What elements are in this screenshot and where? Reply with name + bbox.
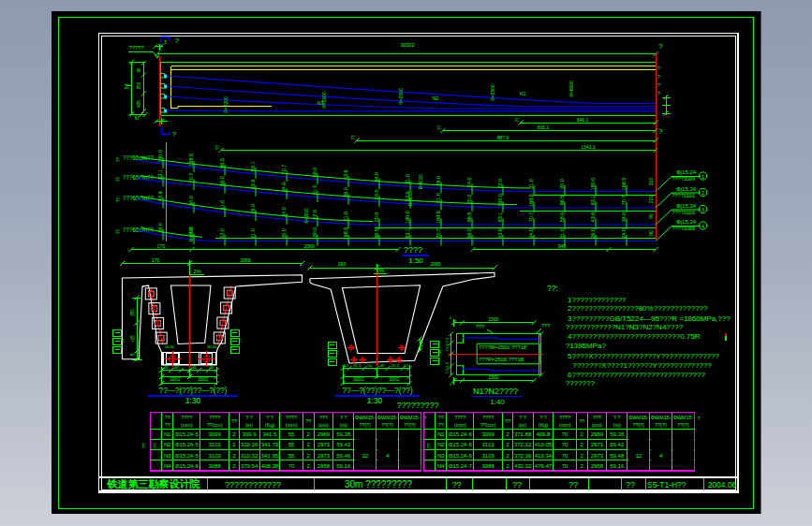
svg-text:??(cm): ??(cm) [207,422,223,428]
svg-text:372.36: 372.36 [514,453,532,459]
svg-text:180.0: 180.0 [590,178,596,191]
svg-text:58.0: 58.0 [219,176,225,186]
svg-text:????3101: ????3101 [672,193,695,198]
svg-text:??: ?? [305,418,311,424]
svg-text:39: 39 [380,363,385,368]
svg-text:N4: N4 [164,463,171,469]
svg-text:?: ? [658,127,663,136]
svg-text:??: ?? [568,480,578,489]
svg-text:2004.06: 2004.06 [708,480,737,489]
svg-text:1:30: 1:30 [367,396,383,405]
svg-text:2958: 2958 [317,463,331,469]
svg-text:59.16: 59.16 [610,463,625,469]
svg-text:?????????: ????????? [396,401,438,410]
svg-text:83.1: 83.1 [405,228,410,239]
svg-text:55: 55 [288,453,295,459]
svg-text:70.7: 70.7 [281,165,287,175]
svg-text:26.0: 26.0 [157,223,163,233]
svg-text:100/2: 100/2 [170,377,181,382]
svg-text:3101: 3101 [208,442,221,447]
svg-text:???65cm??: ???65cm?? [123,154,154,161]
svg-text:70: 70 [288,463,295,469]
svg-text:??: ?? [165,415,170,420]
svg-text:370.54: 370.54 [241,463,258,469]
svg-text:+15: +15 [130,335,135,343]
svg-text:? ?: ? ? [266,415,273,420]
svg-text:90: 90 [648,213,654,219]
svg-text:2????????????????80%??????????: 2????????????????80%????????????? [568,304,708,313]
svg-text:???: ??? [476,324,484,329]
svg-text:170: 170 [152,257,160,263]
svg-text:70: 70 [562,453,568,459]
svg-text:Φ15.24-6: Φ15.24-6 [449,453,473,459]
svg-text:????????????: ???????????? [225,480,281,489]
svg-text:435: 435 [137,100,141,108]
svg-text:3: 3 [701,207,704,212]
svg-text:Φ15.24-5: Φ15.24-5 [175,431,199,437]
svg-text:(mm): (mm) [454,422,466,428]
svg-text:1?????????????: 1????????????? [568,296,627,304]
svg-text:?1395MPa?: ?1395MPa? [566,342,607,350]
svg-text:90: 90 [648,230,654,236]
svg-text:341.95: 341.95 [261,453,279,459]
svg-text:31.0: 31.0 [559,228,565,239]
svg-text:310: 310 [648,178,654,186]
svg-text:N3: N3 [164,453,171,459]
svg-text:887.6: 887.6 [497,135,509,140]
svg-text:Φ15.24-6: Φ15.24-6 [449,431,473,437]
svg-text:190: 190 [338,261,347,267]
svg-text:(m): (m) [245,422,253,428]
svg-text:????: ???? [209,415,220,420]
svg-text:??: ?? [141,443,147,448]
svg-text:R=2500: R=2500 [304,208,309,223]
svg-text:432.32: 432.32 [514,463,532,469]
svg-text:??(?): ??(?) [633,422,645,428]
svg-text:3088: 3088 [481,463,495,469]
svg-text:55: 55 [288,442,295,447]
svg-text:???R=2500 ???18': ???R=2500 ???18' [479,357,524,362]
svg-text:59.38: 59.38 [336,431,351,437]
svg-text:?: ? [172,130,177,139]
svg-text:631.1: 631.1 [538,124,550,130]
svg-text:21.0: 21.0 [528,179,534,189]
svg-text:26.0: 26.0 [590,228,596,239]
svg-text:???: ??? [593,415,601,420]
svg-text:300/2: 300/2 [400,42,415,48]
svg-text:????: ???? [482,415,494,420]
svg-text:铁道第三勘察设计院: 铁道第三勘察设计院 [107,477,200,489]
svg-text:34.0: 34.0 [281,183,287,193]
svg-text:59.38: 59.38 [610,431,625,437]
svg-text:371.88: 371.88 [514,431,532,437]
svg-text:??: ?? [238,338,243,343]
svg-text:34.0: 34.0 [621,212,627,223]
svg-text:43.6: 43.6 [497,228,503,239]
svg-text:N1: N1 [164,431,171,437]
svg-text:180.0: 180.0 [157,150,163,163]
svg-text:26.0: 26.0 [436,176,441,186]
svg-text:Φj15.24: Φj15.24 [676,203,697,209]
svg-text:180.0: 180.0 [405,211,410,224]
svg-text:????3088: ????3088 [672,226,695,231]
svg-text:2971: 2971 [591,442,604,447]
svg-text:3101: 3101 [481,442,495,447]
svg-text:96.5: 96.5 [559,196,565,206]
svg-text:? ?: ? ? [340,415,347,420]
svg-text:2069: 2069 [303,243,314,249]
svg-text:43.6: 43.6 [590,212,596,223]
svg-text:24.0: 24.0 [374,189,379,199]
svg-text:(m): (m) [519,422,526,428]
svg-text:N1?N2????: N1?N2???? [473,387,518,396]
svg-text:70.7: 70.7 [621,196,627,206]
svg-text:2: 2 [701,190,704,196]
svg-text:(m): (m) [340,422,347,428]
svg-text:96.5: 96.5 [219,158,225,168]
svg-text:58.0: 58.0 [466,228,472,239]
svg-text:59.46: 59.46 [336,453,351,459]
svg-text:Φ15.24-5: Φ15.24-5 [175,453,199,459]
svg-text:476.47: 476.47 [535,463,553,469]
svg-text:? ?: ? ? [245,415,253,420]
svg-text:70.7: 70.7 [188,173,194,183]
svg-text:??: ?? [438,422,444,428]
svg-text:2973: 2973 [317,453,331,459]
svg-text:ΦWM15-: ΦWM15- [377,415,398,420]
